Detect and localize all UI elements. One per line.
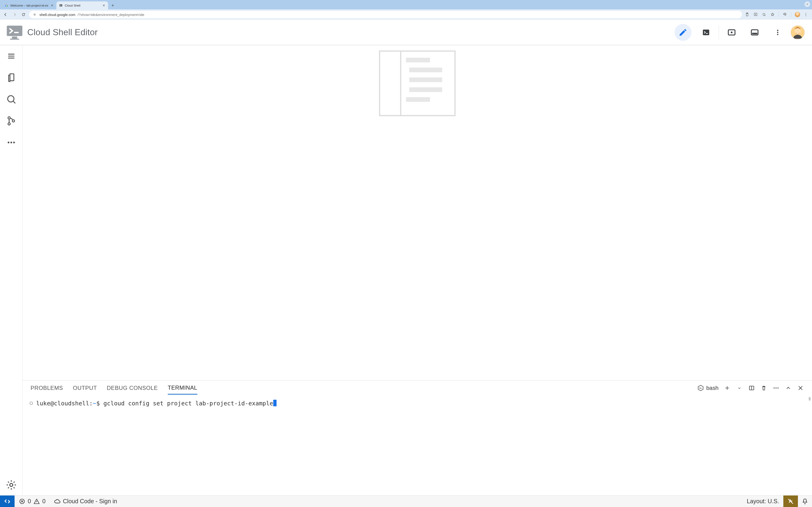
- omnibox-host: shell.cloud.google.com: [40, 13, 75, 17]
- extensions-icon[interactable]: [782, 12, 788, 17]
- svg-point-28: [12, 120, 14, 122]
- more-views-icon[interactable]: [6, 137, 17, 148]
- cloud-shell-logo-icon: [6, 25, 23, 40]
- browser-tab-strip: Welcome – lab-project-id-ex Cloud Shell: [0, 0, 812, 9]
- ports-indicator-icon[interactable]: [30, 402, 33, 405]
- more-options-button[interactable]: [769, 24, 786, 41]
- cloud-code-label: Cloud Code - Sign in: [63, 498, 117, 505]
- open-terminal-button[interactable]: [698, 24, 714, 41]
- install-app-icon[interactable]: [753, 12, 758, 17]
- svg-point-32: [10, 484, 13, 487]
- back-button[interactable]: [2, 11, 9, 18]
- preview-button[interactable]: [723, 24, 740, 41]
- terminal-prompt: luke@cloudshell:~$ gcloud config set pro…: [36, 400, 276, 407]
- activity-bar: [0, 45, 22, 495]
- settings-gear-icon[interactable]: [6, 479, 17, 491]
- clipboard-icon[interactable]: [744, 12, 750, 17]
- warning-count: 0: [42, 498, 46, 505]
- panel-more-icon[interactable]: [772, 385, 779, 392]
- close-icon[interactable]: [50, 3, 54, 7]
- new-terminal-button[interactable]: [724, 385, 731, 392]
- separator: [719, 25, 719, 40]
- maximize-panel-icon[interactable]: [785, 385, 792, 392]
- terminal-cursor: [273, 400, 276, 406]
- browser-tab[interactable]: Cloud Shell: [56, 1, 108, 9]
- svg-point-3: [34, 15, 34, 15]
- terminal-shell-selector[interactable]: bash: [697, 385, 718, 391]
- chrome-menu-icon[interactable]: [803, 12, 809, 17]
- split-terminal-icon[interactable]: [748, 385, 755, 392]
- source-control-icon[interactable]: [6, 115, 17, 126]
- svg-point-25: [7, 96, 14, 102]
- user-avatar[interactable]: [791, 25, 805, 40]
- svg-point-21: [777, 32, 778, 33]
- bottom-panel: PROBLEMS OUTPUT DEBUG CONSOLE TERMINAL b…: [22, 380, 812, 495]
- status-disconnected-indicator[interactable]: [783, 496, 798, 507]
- gcp-favicon-icon: [4, 3, 8, 7]
- editor-placeholder-icon: [379, 50, 456, 116]
- terminal-scrollbar[interactable]: [809, 397, 811, 401]
- close-panel-icon[interactable]: [797, 385, 804, 392]
- svg-rect-12: [14, 32, 19, 33]
- editor-empty-state: [22, 45, 812, 380]
- tab-problems[interactable]: PROBLEMS: [31, 382, 63, 394]
- svg-point-10: [806, 15, 806, 16]
- svg-rect-19: [752, 33, 757, 34]
- page-title: Cloud Shell Editor: [27, 27, 98, 37]
- notifications-button[interactable]: [798, 496, 812, 507]
- site-info-icon[interactable]: [33, 12, 37, 17]
- kill-terminal-icon[interactable]: [760, 385, 767, 392]
- zoom-icon[interactable]: [761, 12, 767, 17]
- tab-output[interactable]: OUTPUT: [73, 382, 97, 394]
- error-count: 0: [28, 498, 31, 505]
- cloud-shell-editor-header: Cloud Shell Editor: [0, 20, 812, 45]
- svg-point-1: [34, 14, 34, 14]
- cloud-icon: [54, 498, 61, 505]
- browser-address-bar: shell.cloud.google.com/?show=ide&environ…: [0, 9, 812, 20]
- svg-point-34: [774, 388, 775, 389]
- menu-icon[interactable]: [6, 50, 17, 62]
- cloud-code-status[interactable]: Cloud Code - Sign in: [50, 498, 121, 505]
- svg-point-17: [731, 32, 732, 33]
- tabs-dropdown-button[interactable]: [805, 1, 810, 7]
- browser-tab-title: Welcome – lab-project-id-ex: [10, 4, 48, 7]
- reload-button[interactable]: [20, 11, 27, 18]
- svg-point-27: [8, 123, 10, 125]
- bookmark-star-icon[interactable]: [770, 12, 775, 17]
- svg-point-20: [777, 30, 778, 31]
- terminal-command: gcloud config set project lab-project-id…: [103, 400, 273, 407]
- omnibox-path: /?show=ide&environment_deployment=ide: [78, 13, 145, 17]
- browser-tab-title: Cloud Shell: [65, 4, 100, 7]
- warning-icon: [33, 498, 40, 505]
- tab-debug-console[interactable]: DEBUG CONSOLE: [107, 382, 158, 394]
- svg-point-22: [777, 34, 778, 35]
- error-icon: [19, 498, 26, 505]
- browser-tab[interactable]: Welcome – lab-project-id-ex: [2, 1, 56, 9]
- panel-tab-bar: PROBLEMS OUTPUT DEBUG CONSOLE TERMINAL b…: [22, 381, 812, 396]
- problems-status[interactable]: 0 0: [14, 498, 50, 505]
- terminal[interactable]: luke@cloudshell:~$ gcloud config set pro…: [22, 396, 812, 411]
- layout-button[interactable]: [746, 24, 763, 41]
- forward-button[interactable]: [11, 11, 18, 18]
- address-bar-actions: [744, 12, 810, 17]
- explorer-icon[interactable]: [6, 72, 17, 83]
- remote-indicator[interactable]: [0, 496, 14, 507]
- svg-rect-13: [12, 36, 17, 39]
- profile-avatar-small[interactable]: [795, 12, 800, 17]
- search-icon[interactable]: [6, 94, 17, 105]
- svg-rect-15: [703, 30, 709, 35]
- open-editor-button[interactable]: [674, 24, 692, 41]
- new-tab-button[interactable]: [109, 2, 116, 9]
- terminal-dropdown-icon[interactable]: [736, 385, 743, 392]
- svg-point-36: [777, 388, 779, 389]
- svg-point-35: [775, 388, 777, 389]
- close-icon[interactable]: [102, 3, 106, 7]
- terminal-shell-name: bash: [706, 385, 718, 391]
- svg-point-26: [8, 117, 10, 119]
- svg-point-29: [7, 142, 9, 143]
- svg-rect-14: [10, 39, 19, 40]
- svg-point-7: [763, 13, 765, 15]
- tab-terminal[interactable]: TERMINAL: [168, 382, 197, 395]
- keyboard-layout-status[interactable]: Layout: U.S.: [743, 498, 783, 505]
- omnibox[interactable]: shell.cloud.google.com/?show=ide&environ…: [29, 11, 742, 18]
